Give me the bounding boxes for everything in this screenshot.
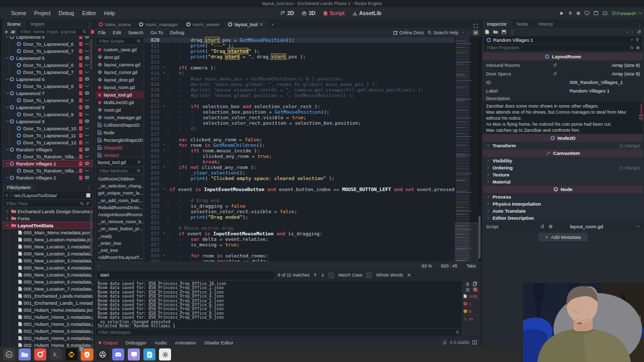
script-menu-file[interactable]: File bbox=[95, 30, 109, 35]
search-help-button[interactable]: Search Help bbox=[428, 30, 458, 35]
script-icon[interactable] bbox=[79, 119, 83, 124]
scene-tree-item[interactable]: Lapsewood 4 bbox=[3, 36, 93, 40]
visibility-closed-icon[interactable] bbox=[85, 126, 90, 130]
current-script-selector[interactable]: layout_tool.gd bbox=[96, 158, 143, 166]
visibility-closed-icon[interactable] bbox=[85, 140, 90, 144]
scene-panel-tab-scene[interactable]: Scene bbox=[2, 20, 26, 28]
clear-output-icon[interactable] bbox=[465, 282, 470, 286]
script-list-item[interactable]: layout_room.gd bbox=[96, 83, 143, 91]
scene-tree-item[interactable]: Lapsewood 6 bbox=[3, 75, 93, 82]
description-field[interactable]: Zanzibar does some more shows in some ot… bbox=[483, 102, 643, 134]
code-line[interactable]: 837» bbox=[144, 131, 455, 137]
layout-columns-icon[interactable] bbox=[472, 340, 477, 344]
back-icon[interactable] bbox=[5, 194, 8, 197]
code-line[interactable]: 835»»»selection_color_rect.position = se… bbox=[144, 120, 455, 126]
script-icon[interactable] bbox=[79, 84, 83, 88]
split-view-icon[interactable] bbox=[86, 193, 91, 198]
taskbar-mint-menu[interactable]: lm bbox=[3, 348, 15, 360]
inspector-tab-inspector[interactable]: Inspector bbox=[482, 20, 512, 28]
online-docs-button[interactable]: Online Docs bbox=[393, 30, 424, 35]
code-line[interactable]: 838»var clicked_any_room = false; bbox=[144, 137, 455, 142]
info-count-badge[interactable]: 10 bbox=[463, 316, 479, 322]
script-menu-edit[interactable]: Edit bbox=[109, 30, 124, 35]
code-line[interactable]: 828»»#print( "main_menu global: ", rooms… bbox=[144, 81, 455, 87]
script-icon[interactable] bbox=[79, 63, 83, 67]
scene-filter-input[interactable] bbox=[20, 29, 80, 35]
save-resource-icon[interactable] bbox=[502, 30, 506, 34]
filesystem-item[interactable]: 000_New_Location_3.metadata.json bbox=[3, 257, 93, 264]
scene-tab-room_manager[interactable]: room_manager bbox=[135, 21, 182, 28]
filesystem-item[interactable]: 002_Hubert_Home_4.metadata.json bbox=[3, 334, 93, 341]
menu-editor[interactable]: Editor bbox=[78, 10, 100, 16]
notifications-bell-icon[interactable] bbox=[443, 340, 447, 345]
revert-icon[interactable]: ↺ bbox=[540, 224, 544, 229]
script-list-item[interactable]: layout_tool.gd bbox=[96, 91, 143, 99]
visibility-closed-icon[interactable] bbox=[85, 154, 90, 158]
code-line[interactable]: 823»»print("drag start = ", drag_start_p… bbox=[144, 54, 455, 59]
code-line[interactable]: 851»»selection_color_rect.visible = fals… bbox=[144, 209, 455, 214]
category-auto-translate[interactable]: Auto Translate bbox=[483, 208, 643, 214]
category-editor-description[interactable]: Editor Description bbox=[483, 215, 643, 221]
code-line[interactable]: 857»»is_moving = true; bbox=[144, 242, 455, 247]
script-list-item[interactable]: layout_camera.gd bbox=[96, 61, 143, 68]
expand-description-icon[interactable] bbox=[639, 115, 643, 119]
indent-mode[interactable]: Tabs bbox=[466, 263, 476, 268]
taskbar-redot-engine[interactable] bbox=[34, 348, 46, 360]
taskbar-game-app[interactable] bbox=[65, 348, 77, 360]
method-sort-icon[interactable] bbox=[137, 160, 141, 164]
visibility-icon[interactable] bbox=[85, 161, 90, 165]
filesystem-item[interactable]: LayoutToolData bbox=[3, 222, 93, 229]
scene-tree-item[interactable]: Door_To_Lapsewood_9 bbox=[3, 111, 93, 118]
filesystem-item[interactable]: 000_Main_Menu.metadata.json bbox=[3, 229, 93, 236]
fold-arrow-icon[interactable]: ▾ bbox=[162, 148, 167, 153]
section-header-canvasitem[interactable]: CanvasItem bbox=[483, 149, 643, 157]
code-line[interactable]: 824 bbox=[144, 59, 455, 65]
method-list-item[interactable]: _on_selection_chang... bbox=[96, 183, 143, 190]
movie-maker-icon[interactable] bbox=[612, 11, 616, 15]
forward-icon[interactable] bbox=[10, 194, 13, 197]
code-line[interactable]: 821»»print( "---" ); bbox=[144, 43, 455, 48]
scene-tree-item[interactable]: Door_To_Lapsewood_12 bbox=[3, 139, 93, 146]
stop-icon[interactable] bbox=[577, 12, 580, 15]
code-line[interactable]: 844»»_clear_selection(); bbox=[144, 170, 455, 175]
filesystem-item[interactable]: 001_Enchanted_Lands.metadata.json bbox=[3, 292, 93, 299]
scene-tab-layout_tool[interactable]: layout_tool bbox=[224, 21, 267, 28]
code-line[interactable]: 855▾»if event is InputEventMouseMotion a… bbox=[144, 231, 455, 236]
code-line[interactable]: 833»»»selection_box.position = GetMouseP… bbox=[144, 109, 455, 115]
code-line[interactable]: 831»» bbox=[144, 98, 455, 104]
code-line[interactable]: 858 bbox=[144, 247, 455, 253]
script-icon[interactable] bbox=[79, 147, 83, 152]
workspace-assetlib[interactable]: AssetLib bbox=[350, 9, 384, 17]
taskbar-screen-share[interactable] bbox=[128, 348, 140, 360]
visibility-closed-icon[interactable] bbox=[85, 63, 90, 67]
instance-scene-icon[interactable] bbox=[11, 30, 16, 34]
category-visibility[interactable]: Visibility bbox=[483, 157, 643, 164]
output-search-icon[interactable] bbox=[473, 287, 478, 292]
property-row-door-specs[interactable]: Door Specs↺Array (size 9) bbox=[483, 69, 643, 77]
warning-count-badge[interactable]: 0 bbox=[463, 308, 479, 315]
code-line[interactable]: 834»»»selection_color_rect.visible = tru… bbox=[144, 115, 455, 120]
fold-arrow-icon[interactable]: ▾ bbox=[162, 142, 167, 148]
filesystem-tab[interactable]: FileSystem bbox=[2, 184, 36, 191]
filter-scripts-input[interactable] bbox=[98, 38, 135, 44]
code-line[interactable]: 859▾»»for room in selected_rooms: bbox=[144, 253, 455, 258]
filesystem-item[interactable]: 001_Enchanted_Lands_1.metadata.json bbox=[3, 299, 93, 306]
visibility-icon[interactable] bbox=[85, 36, 90, 39]
filesystem-item[interactable]: 002_Hubert_Home_3.metadata.json bbox=[3, 327, 93, 334]
resource-path[interactable]: res://LayoutToolData/ bbox=[14, 193, 85, 198]
method-list-item[interactable]: AssignInboundRooms bbox=[96, 211, 143, 218]
code-line[interactable]: 845»»print( "Clicked empty space: cleare… bbox=[144, 175, 455, 181]
property-value[interactable]: Array (size 9) bbox=[570, 71, 640, 76]
method-list-item[interactable]: get_unique_room_la... bbox=[96, 190, 143, 197]
filesystem-item[interactable]: Fonts bbox=[3, 215, 93, 222]
collapse-icon[interactable] bbox=[5, 92, 10, 95]
filesystem-item[interactable]: Enchanted Lands Design Documents bbox=[3, 208, 93, 215]
collapse-icon[interactable] bbox=[5, 162, 10, 165]
property-tools-icon[interactable] bbox=[636, 46, 640, 50]
code-line[interactable]: 820»»drag_start_pos = GetMousePosition()… bbox=[144, 37, 455, 43]
script-list-item[interactable]: room_manager.gd bbox=[96, 114, 143, 121]
revert-icon[interactable]: ↺ bbox=[553, 62, 557, 68]
visibility-closed-icon[interactable] bbox=[85, 133, 90, 137]
script-list-item[interactable]: room.gd bbox=[96, 106, 143, 114]
filesystem-item[interactable]: 000_New_Location_5.metadata.json bbox=[3, 271, 93, 278]
